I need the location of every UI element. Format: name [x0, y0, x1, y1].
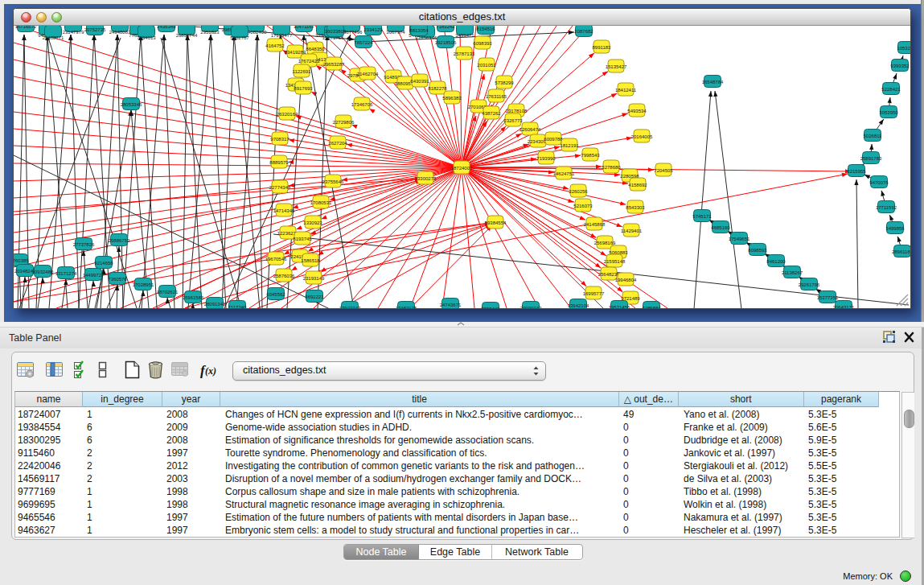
svg-text:7857224: 7857224 [354, 40, 373, 45]
svg-text:19384554: 19384554 [485, 220, 507, 225]
svg-text:29653287: 29653287 [323, 62, 345, 67]
svg-text:5493534: 5493534 [627, 109, 647, 113]
svg-text:8991183: 8991183 [593, 45, 612, 50]
svg-text:2087682: 2087682 [574, 29, 593, 34]
svg-text:7183242: 7183242 [436, 26, 455, 29]
svg-text:15377351: 15377351 [817, 295, 839, 300]
svg-text:17711592: 17711592 [876, 205, 897, 210]
svg-text:24948083: 24948083 [109, 30, 131, 35]
svg-text:5745171: 5745171 [692, 214, 712, 219]
svg-text:13942104: 13942104 [568, 303, 589, 308]
svg-text:2351823: 2351823 [200, 30, 220, 35]
svg-text:23300273: 23300273 [415, 176, 437, 181]
svg-text:23178108: 23178108 [506, 109, 528, 113]
svg-text:1122691: 1122691 [293, 69, 312, 74]
svg-text:9214658: 9214658 [94, 261, 113, 266]
svg-text:5026811: 5026811 [864, 134, 883, 138]
svg-text:26855744: 26855744 [176, 33, 198, 38]
svg-text:18412411: 18412411 [615, 88, 637, 93]
svg-text:9692221: 9692221 [305, 295, 324, 299]
svg-text:5902787: 5902787 [230, 35, 249, 40]
svg-text:18702621: 18702621 [157, 290, 179, 295]
svg-text:23755646: 23755646 [322, 179, 344, 184]
svg-text:4164752: 4164752 [265, 43, 285, 48]
svg-text:14499727: 14499727 [83, 273, 105, 278]
svg-text:5278680: 5278680 [602, 165, 621, 170]
svg-text:7998543: 7998543 [581, 153, 600, 158]
svg-text:23419283: 23419283 [285, 50, 306, 55]
svg-text:7360576: 7360576 [108, 277, 127, 282]
svg-text:25648236: 25648236 [598, 272, 620, 277]
svg-text:10932480: 10932480 [32, 270, 54, 274]
svg-text:5216073: 5216073 [573, 204, 593, 208]
svg-text:7204505: 7204505 [654, 168, 673, 173]
svg-text:8193745: 8193745 [293, 237, 312, 241]
svg-text:26488771: 26488771 [43, 35, 64, 40]
svg-text:3260256: 3260256 [569, 189, 588, 194]
svg-text:28053346: 28053346 [121, 102, 142, 107]
svg-text:20752735: 20752735 [84, 27, 106, 32]
svg-text:25876036: 25876036 [273, 274, 295, 278]
svg-text:13171274: 13171274 [55, 271, 77, 276]
svg-text:23147379: 23147379 [63, 30, 84, 35]
svg-text:8154516: 8154516 [476, 27, 495, 31]
svg-text:19946804: 19946804 [615, 278, 637, 282]
svg-text:8098593: 8098593 [748, 248, 767, 253]
svg-text:8543303: 8543303 [626, 205, 645, 210]
svg-text:16716572: 16716572 [15, 26, 37, 29]
svg-text:1053293: 1053293 [897, 46, 910, 51]
svg-text:7594013: 7594013 [137, 35, 156, 40]
svg-text:11429401: 11429401 [621, 229, 643, 233]
svg-text:4387262: 4387262 [482, 111, 501, 116]
svg-text:17631165: 17631165 [486, 94, 507, 99]
svg-text:25891783: 25891783 [860, 156, 882, 161]
svg-text:3067974: 3067974 [386, 30, 405, 35]
svg-text:17109477: 17109477 [271, 33, 293, 38]
svg-text:17482175: 17482175 [396, 306, 417, 309]
svg-text:19670546: 19670546 [265, 257, 287, 262]
svg-text:4685160: 4685160 [711, 225, 730, 230]
svg-text:8648350: 8648350 [306, 47, 325, 51]
svg-text:6045562: 6045562 [266, 292, 285, 297]
svg-text:16548784: 16548784 [702, 80, 724, 84]
svg-text:16033809: 16033809 [325, 29, 347, 34]
svg-text:4158692: 4158692 [628, 183, 647, 187]
svg-text:20164005: 20164005 [631, 134, 653, 139]
svg-text:9393352: 9393352 [890, 64, 910, 68]
svg-text:2627204: 2627204 [328, 141, 347, 146]
svg-text:27737826: 27737826 [73, 242, 95, 247]
svg-text:2334123: 2334123 [363, 27, 383, 32]
svg-text:23193149: 23193149 [303, 276, 325, 281]
svg-text:28961183: 28961183 [892, 249, 910, 254]
svg-text:7959440: 7959440 [481, 307, 500, 309]
svg-text:3215955: 3215955 [847, 169, 866, 174]
svg-text:16995777: 16995777 [583, 291, 605, 296]
svg-text:25698169: 25698169 [594, 241, 616, 245]
svg-text:18724007: 18724007 [451, 166, 473, 171]
svg-text:17028951: 17028951 [133, 282, 154, 287]
svg-text:19218506: 19218506 [435, 40, 457, 45]
svg-text:12606474: 12606474 [519, 127, 541, 132]
svg-text:25886753: 25886753 [109, 238, 130, 243]
svg-text:8889579: 8889579 [269, 160, 289, 165]
svg-text:5228421: 5228421 [881, 87, 901, 92]
svg-text:5738299: 5738299 [495, 80, 514, 85]
svg-text:2031051: 2031051 [477, 63, 496, 68]
svg-text:25787133: 25787133 [454, 51, 475, 56]
svg-text:6009788: 6009788 [544, 137, 563, 142]
svg-text:1586518: 1586518 [301, 258, 320, 263]
svg-text:17549651: 17549651 [729, 237, 750, 241]
svg-text:2326773: 2326773 [503, 118, 523, 123]
svg-text:25961586: 25961586 [183, 295, 204, 300]
svg-text:22729806: 22729806 [333, 120, 355, 125]
svg-text:9708317: 9708317 [270, 137, 290, 142]
svg-text:2436349: 2436349 [157, 26, 176, 29]
svg-text:7117240: 7117240 [228, 305, 248, 309]
svg-text:6430391: 6430391 [410, 79, 429, 84]
svg-text:14714345: 14714345 [273, 208, 295, 213]
svg-text:8182278: 8182278 [428, 86, 447, 91]
svg-text:24145868: 24145868 [584, 222, 606, 227]
svg-text:17080531: 17080531 [310, 200, 332, 205]
svg-text:3499471: 3499471 [455, 33, 474, 38]
svg-text:3499856: 3499856 [885, 226, 905, 231]
